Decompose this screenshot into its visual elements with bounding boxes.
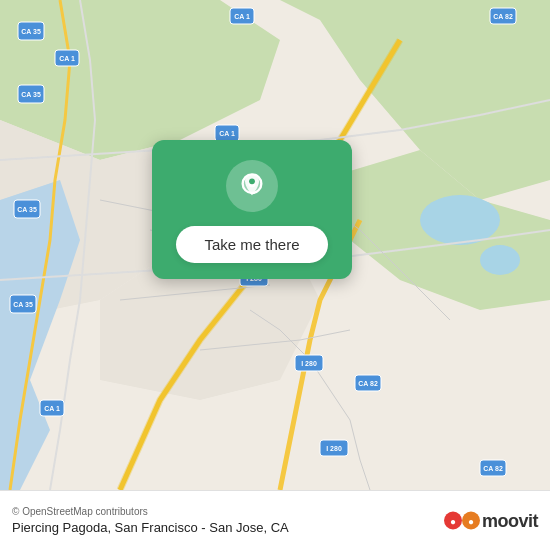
map-container: CA 35 CA 35 CA 35 CA 35 CA 1 CA 1 CA 82 … xyxy=(0,0,550,490)
location-pin-icon xyxy=(238,172,266,200)
action-card: Take me there xyxy=(152,140,352,279)
bottom-bar: © OpenStreetMap contributors Piercing Pa… xyxy=(0,490,550,550)
svg-point-40 xyxy=(249,178,255,184)
svg-text:CA 35: CA 35 xyxy=(13,301,33,308)
moovit-text: moovit xyxy=(482,510,538,531)
svg-text:CA 35: CA 35 xyxy=(21,91,41,98)
svg-text:CA 82: CA 82 xyxy=(483,465,503,472)
svg-text:CA 82: CA 82 xyxy=(493,13,513,20)
svg-text:CA 82: CA 82 xyxy=(358,380,378,387)
svg-text:CA 1: CA 1 xyxy=(234,13,250,20)
svg-text:I 280: I 280 xyxy=(301,360,317,367)
svg-text:CA 1: CA 1 xyxy=(44,405,60,412)
svg-text:CA 1: CA 1 xyxy=(219,130,235,137)
svg-text:CA 35: CA 35 xyxy=(21,28,41,35)
location-icon-wrapper xyxy=(226,160,278,212)
svg-text:CA 35: CA 35 xyxy=(17,206,37,213)
svg-point-9 xyxy=(480,245,520,275)
moovit-dot-orange: ● xyxy=(462,512,480,530)
svg-text:CA 1: CA 1 xyxy=(59,55,75,62)
moovit-logo: ● ● moovit xyxy=(444,510,538,531)
moovit-dot-red: ● xyxy=(444,512,462,530)
svg-point-8 xyxy=(420,195,500,245)
svg-text:I 280: I 280 xyxy=(326,445,342,452)
take-me-there-button[interactable]: Take me there xyxy=(176,226,327,263)
